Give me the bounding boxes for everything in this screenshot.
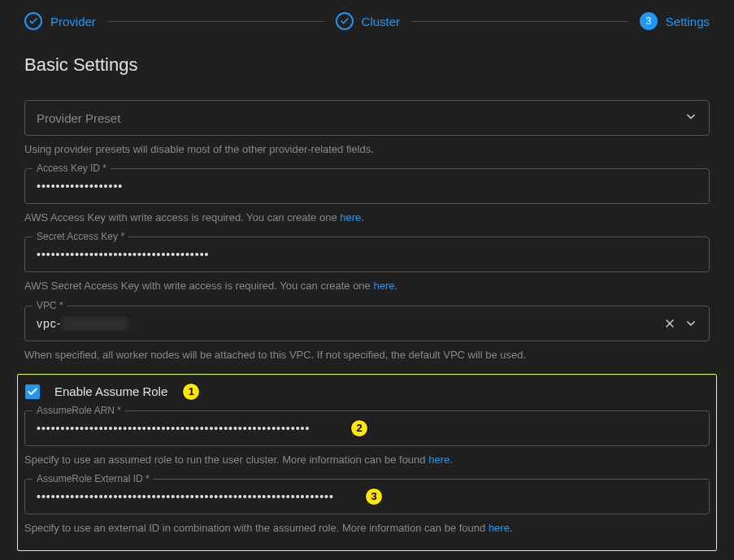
assume-role-arn-input[interactable]: ••••••••••••••••••••••••••••••••••••••••…	[24, 410, 710, 446]
step-label: Settings	[666, 15, 710, 28]
check-icon	[24, 12, 42, 30]
vpc-field: VPC * vpc- When specified, all worker no…	[24, 306, 710, 362]
wizard-stepper: Provider Cluster 3 Settings	[0, 0, 734, 40]
helper-text: Using provider presets will disable most…	[24, 142, 710, 157]
field-label: AssumeRole External ID *	[33, 473, 154, 484]
check-icon	[336, 12, 354, 30]
enable-assume-role-row: Enable Assume Role 1	[24, 383, 710, 401]
step-cluster[interactable]: Cluster	[336, 12, 401, 30]
secret-key-field: Secret Access Key * ••••••••••••••••••••…	[24, 237, 710, 293]
callout-badge-2: 2	[350, 419, 368, 437]
field-label: VPC *	[33, 300, 67, 311]
step-label: Cluster	[362, 15, 401, 28]
step-provider[interactable]: Provider	[24, 12, 96, 30]
helper-text: AWS Access Key with write access is requ…	[24, 211, 710, 225]
redacted-value	[63, 316, 128, 331]
step-settings[interactable]: 3 Settings	[640, 12, 710, 30]
provider-preset-field: Provider Preset Using provider presets w…	[24, 100, 710, 157]
input-value: ••••••••••••••••••••••••••••••••••••	[37, 248, 697, 261]
input-value: vpc-	[37, 316, 663, 331]
checkbox-label: Enable Assume Role	[54, 384, 167, 398]
here-link[interactable]: here	[340, 211, 361, 224]
chevron-down-icon	[684, 111, 697, 126]
enable-assume-role-checkbox[interactable]	[25, 384, 40, 399]
provider-preset-select[interactable]: Provider Preset	[24, 100, 710, 136]
step-number-icon: 3	[640, 12, 658, 30]
here-link[interactable]: here	[489, 522, 510, 534]
callout-badge-3: 3	[365, 488, 383, 506]
section-title: Basic Settings	[24, 54, 710, 76]
access-key-field: Access Key ID * •••••••••••••••••• AWS A…	[24, 168, 710, 225]
chevron-down-icon[interactable]	[684, 317, 697, 330]
assume-role-external-id-field: AssumeRole External ID * •••••••••••••••…	[24, 479, 710, 536]
step-label: Provider	[50, 15, 96, 28]
access-key-input[interactable]: ••••••••••••••••••	[24, 168, 710, 204]
step-divider	[107, 21, 324, 22]
assume-role-highlight: Enable Assume Role 1 AssumeRole ARN * ••…	[17, 374, 717, 551]
step-divider	[411, 21, 628, 22]
helper-text: Specify to use an external ID in combina…	[24, 521, 710, 536]
helper-text: Specify to use an assumed role to run th…	[24, 453, 710, 467]
field-label: Secret Access Key *	[33, 231, 128, 242]
here-link[interactable]: here	[428, 454, 450, 466]
assume-role-arn-field: AssumeRole ARN * •••••••••••••••••••••••…	[24, 410, 710, 467]
vpc-select[interactable]: vpc-	[24, 306, 710, 341]
field-label: Access Key ID *	[33, 163, 111, 174]
clear-icon[interactable]	[663, 317, 676, 330]
field-label: AssumeRole ARN *	[33, 405, 125, 416]
helper-text: AWS Secret Access Key with write access …	[24, 279, 710, 293]
select-placeholder: Provider Preset	[37, 111, 120, 125]
input-value: ••••••••••••••••••	[37, 180, 697, 193]
callout-badge-1: 1	[182, 383, 200, 401]
helper-text: When specified, all worker nodes will be…	[24, 348, 710, 362]
here-link[interactable]: here	[373, 280, 394, 292]
